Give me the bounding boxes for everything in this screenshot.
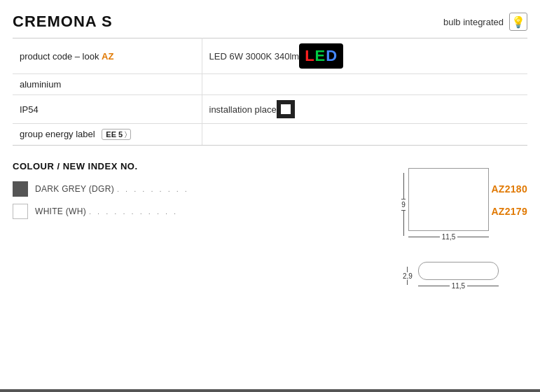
page: CREMONA S bulb integrated 💡 product code… (0, 0, 540, 392)
product-spec-value: LED 6W 3000K 340lm LED (202, 38, 527, 74)
height-dimension: 9 (401, 168, 408, 241)
table-row: group energy label EE 5 〉 (13, 124, 527, 146)
colour-name: WHITE (WH) (35, 206, 86, 216)
table-row: IP54 installation place (13, 95, 527, 124)
white-swatch (13, 204, 28, 219)
installation-icon (277, 100, 295, 118)
top-view-diagram: 9 11,5 (401, 168, 527, 241)
bulb-integrated-label: bulb integrated 💡 (443, 13, 527, 31)
energy-label-badge: EE 5 〉 (102, 129, 131, 140)
dark-grey-swatch (13, 181, 28, 197)
installation-place-value: installation place (202, 95, 527, 124)
colour-name: DARK GREY (DGR) (35, 184, 114, 194)
top-view-box (408, 168, 489, 231)
svg-rect-0 (281, 104, 291, 114)
diagram-area: 9 11,5 (401, 168, 527, 290)
info-table: product code – look AZ LED 6W 3000K 340l… (13, 38, 527, 146)
energy-label-cell: group energy label EE 5 〉 (13, 124, 202, 146)
width-dimension-side: 11,5 (418, 282, 499, 290)
bottom-border (0, 389, 540, 392)
bulb-icon: 💡 (509, 13, 527, 31)
table-row: aluminium (13, 74, 527, 95)
table-row: product code – look AZ LED 6W 3000K 340l… (13, 38, 527, 74)
side-view-box (418, 262, 499, 280)
ip-rating-label: IP54 (13, 95, 202, 124)
side-view-diagram: 2,9 11,5 (401, 262, 527, 290)
product-code-label: product code – look AZ (13, 38, 202, 74)
width-dimension-top: 11,5 (408, 233, 489, 241)
led-badge: LED (299, 43, 343, 69)
material-label: aluminium (13, 74, 202, 95)
